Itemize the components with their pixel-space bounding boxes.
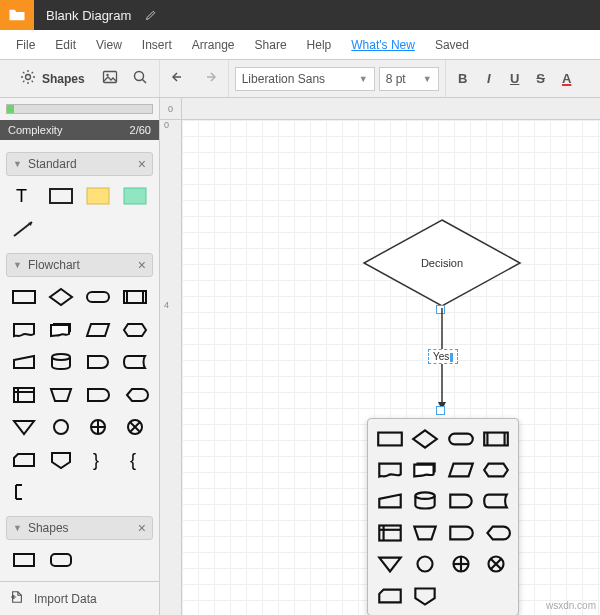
shape-preparation[interactable] — [118, 315, 151, 343]
menu-help[interactable]: Help — [297, 38, 342, 52]
shape-process[interactable] — [8, 283, 41, 311]
connector-label-editor[interactable]: Yes — [428, 349, 458, 364]
strikethrough-button[interactable]: S — [530, 71, 552, 86]
picker-delay2[interactable] — [445, 519, 477, 546]
picker-subprocess[interactable] — [481, 425, 513, 452]
shape-summing[interactable] — [118, 413, 151, 441]
font-size-select[interactable]: 8 pt ▼ — [379, 67, 439, 91]
svg-rect-6 — [87, 188, 109, 204]
category-flowchart-header[interactable]: ▼ Flowchart × — [6, 253, 153, 277]
menu-file[interactable]: File — [6, 38, 45, 52]
picker-merge[interactable] — [374, 551, 406, 578]
ruler-horizontal[interactable] — [182, 98, 600, 120]
shape-decision[interactable] — [45, 283, 78, 311]
category-shapes-header[interactable]: ▼ Shapes × — [6, 516, 153, 540]
picker-internal-storage[interactable] — [374, 519, 406, 546]
svg-point-0 — [26, 75, 31, 80]
close-icon[interactable]: × — [138, 156, 146, 172]
shape-note[interactable] — [8, 478, 41, 506]
shape-connector[interactable] — [45, 413, 78, 441]
shape-internal-storage[interactable] — [8, 380, 41, 408]
menu-arrange[interactable]: Arrange — [182, 38, 245, 52]
underline-button[interactable]: U — [504, 71, 526, 86]
shape-offpage[interactable] — [45, 445, 78, 473]
edit-title-icon[interactable] — [145, 9, 157, 21]
picker-decision[interactable] — [410, 425, 442, 452]
picker-preparation[interactable] — [481, 456, 513, 483]
picker-database[interactable] — [410, 488, 442, 515]
decision-label: Decision — [421, 257, 463, 269]
shape-terminator[interactable] — [82, 283, 115, 311]
svg-rect-1 — [103, 71, 116, 82]
shape-stored-data[interactable] — [118, 348, 151, 376]
ruler-vertical[interactable]: 0 4 — [160, 120, 182, 615]
shape-brace-close[interactable]: } — [82, 445, 115, 473]
document-title[interactable]: Blank Diagram — [46, 8, 131, 23]
shapes-panel-toggle[interactable]: Shapes — [12, 66, 93, 92]
picker-summing[interactable] — [481, 551, 513, 578]
undo-button[interactable] — [166, 66, 192, 92]
import-data-button[interactable]: Import Data — [0, 581, 159, 615]
insert-image-button[interactable] — [97, 66, 123, 92]
picker-multidoc[interactable] — [410, 456, 442, 483]
picker-document[interactable] — [374, 456, 406, 483]
close-icon[interactable]: × — [138, 520, 146, 536]
italic-button[interactable]: I — [478, 71, 500, 86]
menu-edit[interactable]: Edit — [45, 38, 86, 52]
font-family-select[interactable]: Liberation Sans ▼ — [235, 67, 375, 91]
shape-data[interactable] — [82, 315, 115, 343]
close-icon[interactable]: × — [138, 257, 146, 273]
chevron-down-icon: ▼ — [13, 260, 22, 270]
shape-manual-input[interactable] — [8, 348, 41, 376]
image-icon — [102, 69, 118, 89]
menu-share[interactable]: Share — [245, 38, 297, 52]
shape-note-yellow[interactable] — [82, 182, 115, 210]
shape-display[interactable] — [118, 380, 151, 408]
shape-manual-op[interactable] — [45, 380, 78, 408]
shape-rectangle[interactable] — [45, 182, 78, 210]
picker-data[interactable] — [445, 456, 477, 483]
shape-brace-open[interactable]: { — [118, 445, 151, 473]
shape-roundrect[interactable] — [45, 546, 78, 574]
redo-icon — [201, 69, 217, 89]
decision-shape[interactable]: Decision — [362, 218, 522, 308]
picker-terminator[interactable] — [445, 425, 477, 452]
text-color-button[interactable]: A — [556, 71, 578, 86]
menu-insert[interactable]: Insert — [132, 38, 182, 52]
picker-or[interactable] — [445, 551, 477, 578]
chevron-down-icon: ▼ — [13, 159, 22, 169]
shape-document[interactable] — [8, 315, 41, 343]
picker-manual-op[interactable] — [410, 519, 442, 546]
category-shapes-label: Shapes — [28, 521, 69, 535]
shape-card[interactable] — [8, 445, 41, 473]
bold-button[interactable]: B — [452, 71, 474, 86]
shape-rect[interactable] — [8, 546, 41, 574]
shape-delay[interactable] — [82, 348, 115, 376]
shape-text[interactable]: T — [8, 182, 41, 210]
menu-whats-new[interactable]: What's New — [341, 38, 425, 52]
shape-or[interactable] — [82, 413, 115, 441]
shape-delay2[interactable] — [82, 380, 115, 408]
canvas[interactable]: Decision Yes — [182, 120, 600, 615]
picker-manual-input[interactable] — [374, 488, 406, 515]
picker-process[interactable] — [374, 425, 406, 452]
shapes-label: Shapes — [42, 72, 85, 86]
connector-end-handle[interactable] — [436, 406, 445, 415]
picker-display[interactable] — [481, 519, 513, 546]
app-folder-icon[interactable] — [0, 0, 34, 30]
menu-view[interactable]: View — [86, 38, 132, 52]
shape-subprocess[interactable] — [118, 283, 151, 311]
shape-merge[interactable] — [8, 413, 41, 441]
shape-arrow[interactable] — [8, 214, 41, 242]
redo-button[interactable] — [196, 66, 222, 92]
picker-offpage[interactable] — [410, 582, 442, 609]
shape-note-green[interactable] — [118, 182, 151, 210]
picker-card[interactable] — [374, 582, 406, 609]
category-standard-header[interactable]: ▼ Standard × — [6, 152, 153, 176]
picker-delay[interactable] — [445, 488, 477, 515]
shape-multidoc[interactable] — [45, 315, 78, 343]
shape-database[interactable] — [45, 348, 78, 376]
picker-stored-data[interactable] — [481, 488, 513, 515]
picker-connector[interactable] — [410, 551, 442, 578]
search-button[interactable] — [127, 66, 153, 92]
